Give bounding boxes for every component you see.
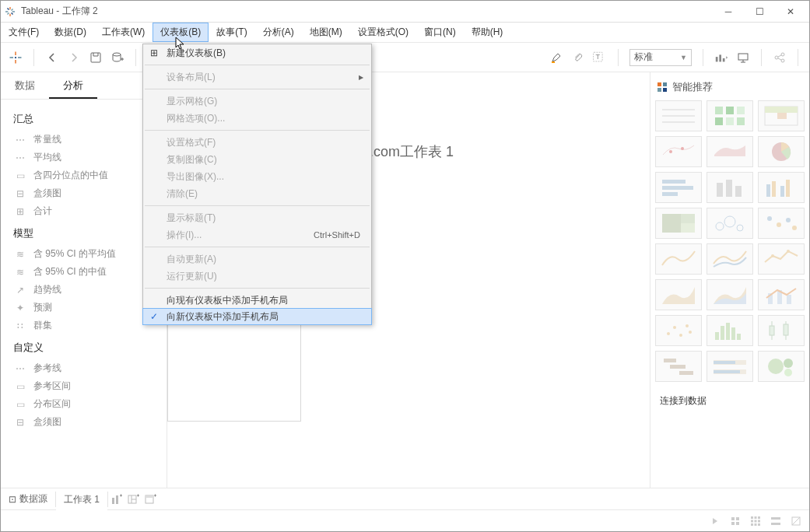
item-avg-ci[interactable]: ≋含 95% CI 的平均值	[13, 245, 162, 263]
tab-sheet-1[interactable]: 工作表 1	[56, 488, 107, 510]
svg-rect-78	[714, 370, 740, 373]
viz-circle[interactable]	[707, 208, 753, 239]
menu-story[interactable]: 故事(T)	[209, 23, 254, 42]
dd-grid-options[interactable]: 网格选项(O)...	[143, 110, 371, 127]
window-title: Tableau - 工作簿 2	[21, 5, 713, 18]
dd-clear[interactable]: 清除(E)	[143, 185, 371, 202]
dd-device-layout[interactable]: 设备布局(L)	[143, 68, 371, 86]
menu-data[interactable]: 数据(D)	[47, 23, 94, 42]
section-model: 模型	[13, 226, 162, 240]
save-icon[interactable]	[89, 51, 103, 65]
svg-rect-102	[771, 517, 780, 520]
minimize-button[interactable]: ─	[713, 2, 744, 22]
close-button[interactable]: ✕	[775, 2, 806, 22]
dd-show-grid[interactable]: 显示网格(G)	[143, 93, 371, 110]
sb-icon-1[interactable]	[708, 514, 722, 528]
menu-worksheet[interactable]: 工作表(W)	[94, 23, 153, 42]
svg-point-45	[724, 216, 735, 227]
viz-side-circle[interactable]	[758, 208, 805, 239]
viz-scatter[interactable]	[655, 315, 702, 346]
tab-analysis[interactable]: 分析	[49, 72, 97, 99]
menu-analysis[interactable]: 分析(A)	[255, 23, 302, 42]
viz-pie[interactable]	[758, 136, 805, 167]
svg-rect-41	[662, 214, 681, 233]
item-cluster[interactable]: ∷群集	[13, 317, 162, 334]
dd-auto-update[interactable]: 自动更新(A)	[143, 250, 371, 268]
menu-file[interactable]: 文件(F)	[1, 23, 47, 42]
item-dist-band[interactable]: ▭分布区间	[13, 395, 162, 413]
item-boxplot[interactable]: ⊟盒须图	[13, 184, 162, 202]
viz-highlight-table[interactable]	[758, 100, 805, 131]
text-label-icon[interactable]: T	[593, 51, 607, 65]
viz-side-bar[interactable]	[758, 172, 805, 203]
dd-add-phone-new[interactable]: ✓向新仪表板中添加手机布局	[142, 308, 372, 325]
viz-line-cont[interactable]	[655, 243, 702, 275]
tab-data[interactable]: 数据	[1, 72, 49, 99]
viz-dual-line[interactable]	[758, 243, 805, 275]
sb-icon-2[interactable]	[728, 514, 742, 528]
new-sheet-icon[interactable]	[108, 491, 125, 508]
item-constant-line[interactable]: ⋯常量线	[13, 131, 162, 149]
item-ref-line[interactable]: ⋯参考线	[13, 359, 162, 377]
menu-map[interactable]: 地图(M)	[302, 23, 350, 42]
item-boxplot-2[interactable]: ⊟盒须图	[13, 413, 162, 431]
viz-area-cont[interactable]	[655, 279, 702, 310]
attach-icon[interactable]	[571, 51, 585, 65]
menu-help[interactable]: 帮助(H)	[464, 23, 511, 42]
viz-symbol-map[interactable]	[655, 136, 702, 167]
viz-gantt[interactable]	[655, 351, 702, 382]
item-median-ci[interactable]: ≋含 95% CI 的中值	[13, 263, 162, 281]
sb-icon-5[interactable]	[789, 514, 803, 528]
svg-rect-40	[786, 180, 790, 197]
dd-new-dashboard[interactable]: ⊞新建仪表板(B)	[143, 44, 371, 61]
item-average-line[interactable]: ⋯平均线	[13, 149, 162, 166]
menu-format[interactable]: 设置格式(O)	[350, 23, 416, 42]
tableau-icon[interactable]	[9, 51, 23, 65]
share-icon[interactable]	[773, 51, 787, 65]
dd-format[interactable]: 设置格式(F)	[143, 134, 371, 151]
item-trend[interactable]: ↗趋势线	[13, 281, 162, 299]
forward-icon[interactable]	[67, 51, 81, 65]
show-cards-icon[interactable]	[714, 51, 728, 65]
new-story-icon[interactable]	[142, 491, 160, 508]
viz-line-disc[interactable]	[707, 243, 753, 275]
viz-bullet[interactable]	[707, 351, 753, 382]
menu-window[interactable]: 窗口(N)	[416, 23, 464, 42]
viz-stacked-bar[interactable]	[707, 172, 753, 203]
viz-packed-bubble[interactable]	[758, 351, 805, 382]
maximize-button[interactable]: ☐	[744, 2, 775, 22]
viz-filled-map[interactable]	[707, 136, 753, 167]
dd-actions[interactable]: 操作(I)...Ctrl+Shift+D	[143, 226, 371, 243]
refline-icon: ⋯	[13, 363, 27, 374]
viz-dual-combo[interactable]	[758, 279, 805, 310]
viz-text-table[interactable]	[655, 100, 702, 131]
viz-area-disc[interactable]	[707, 279, 753, 310]
back-icon[interactable]	[45, 51, 59, 65]
menu-dashboard[interactable]: 仪表板(B)	[153, 23, 209, 42]
viz-heatmap[interactable]	[707, 100, 753, 131]
presentation-icon[interactable]	[736, 51, 750, 65]
sb-icon-4[interactable]	[769, 514, 783, 528]
dd-add-phone-existing[interactable]: 向现有仪表板中添加手机布局	[143, 292, 371, 309]
tab-datasource[interactable]: ⊡数据源	[1, 488, 55, 510]
new-datasource-icon[interactable]	[110, 51, 124, 65]
dd-show-title[interactable]: 显示标题(T)	[143, 209, 371, 226]
dd-export-image[interactable]: 导出图像(X)...	[143, 168, 371, 185]
svg-rect-91	[731, 522, 735, 525]
highlighter-icon[interactable]	[549, 51, 563, 65]
item-total[interactable]: ⊞合计	[13, 202, 162, 220]
viz-treemap[interactable]	[655, 208, 702, 239]
viz-hbar[interactable]	[655, 172, 702, 203]
new-dashboard-icon[interactable]	[125, 491, 142, 508]
fit-select[interactable]: 标准▼	[629, 49, 692, 66]
viz-histogram[interactable]	[707, 315, 753, 346]
item-ref-band[interactable]: ▭参考区间	[13, 377, 162, 395]
item-median-quartiles[interactable]: ▭含四分位点的中值	[13, 166, 162, 184]
dd-copy-image[interactable]: 复制图像(C)	[143, 151, 371, 168]
show-me-header[interactable]: 智能推荐	[655, 77, 805, 100]
svg-rect-35	[726, 180, 732, 197]
dd-run-update[interactable]: 运行更新(U)	[143, 268, 371, 285]
item-forecast[interactable]: ✦预测	[13, 299, 162, 317]
viz-boxplot[interactable]	[758, 315, 805, 346]
sb-icon-3[interactable]	[749, 514, 763, 528]
